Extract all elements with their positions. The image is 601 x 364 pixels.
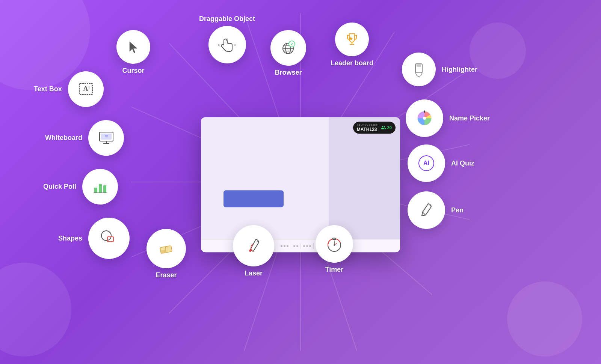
- feature-circle-draggable: ✦: [208, 26, 246, 63]
- quickpoll-label: Quick Poll: [43, 183, 76, 191]
- svg-point-48: [249, 250, 251, 252]
- feature-circle-browser: [270, 30, 306, 66]
- blob-decoration: [470, 23, 526, 79]
- feature-circle-aiquiz: AI: [408, 144, 445, 182]
- shapes-label: Shapes: [58, 235, 82, 242]
- wb-code-label: CLASS CODE: [357, 123, 379, 127]
- laser-label: Laser: [245, 269, 263, 277]
- feature-circle-pen: [408, 191, 445, 229]
- wb-users-count: 20: [381, 125, 392, 130]
- feature-circle-textbox: A: [68, 71, 104, 107]
- feature-circle-highlighter: [402, 53, 436, 86]
- svg-point-36: [423, 117, 426, 120]
- wb-class-info: CLASS CODE MATH123 20: [353, 122, 396, 134]
- pen-label: Pen: [451, 206, 464, 214]
- wb-class-code: MATH123: [357, 127, 379, 132]
- aiquiz-label: AI Quiz: [451, 159, 474, 167]
- feature-circle-eraser: [146, 229, 186, 268]
- timer-label: Timer: [325, 266, 344, 274]
- svg-text:✦: ✦: [225, 37, 228, 41]
- feature-laser[interactable]: Laser: [233, 225, 274, 277]
- wb-count: 20: [387, 125, 392, 130]
- feature-leaderboard[interactable]: Leader board: [331, 23, 373, 67]
- feature-pen[interactable]: Pen: [408, 191, 464, 229]
- leaderboard-label: Leader board: [331, 59, 373, 67]
- feature-aiquiz[interactable]: AI AI Quiz: [408, 144, 474, 182]
- whiteboard-label: Whiteboard: [45, 134, 82, 142]
- feature-circle-quickpoll: [82, 169, 118, 205]
- svg-rect-34: [105, 135, 108, 137]
- svg-rect-39: [94, 188, 97, 193]
- feature-textbox[interactable]: A Text Box: [34, 71, 104, 107]
- feature-circle-laser: [233, 225, 274, 266]
- feature-eraser[interactable]: Eraser: [146, 229, 186, 279]
- feature-circle-whiteboard: [88, 120, 124, 156]
- feature-namepicker[interactable]: Name Picker: [406, 99, 490, 137]
- feature-quickpoll[interactable]: Quick Poll: [43, 169, 118, 205]
- highlighter-label: Highlighter: [442, 66, 477, 74]
- feature-circle-shapes: [88, 218, 130, 259]
- svg-rect-25: [417, 64, 421, 67]
- textbox-label: Text Box: [34, 85, 62, 93]
- whiteboard-mockup: CLASS CODE MATH123 20: [201, 117, 400, 252]
- feature-circle-leaderboard: [335, 23, 369, 56]
- browser-label: Browser: [275, 69, 302, 77]
- feature-timer[interactable]: Timer: [316, 225, 353, 274]
- svg-point-43: [101, 231, 111, 241]
- feature-circle-timer: [316, 225, 353, 263]
- svg-rect-41: [103, 185, 106, 193]
- svg-rect-56: [333, 238, 335, 239]
- wb-toolbar: [201, 239, 400, 252]
- svg-point-55: [334, 244, 335, 246]
- svg-text:A: A: [83, 85, 88, 92]
- feature-draggable[interactable]: Draggable Object ✦: [199, 15, 255, 63]
- feature-circle-namepicker: [406, 99, 443, 137]
- svg-text:AI: AI: [423, 160, 429, 166]
- svg-rect-40: [99, 184, 102, 193]
- wb-blue-box: [223, 190, 284, 207]
- feature-cursor[interactable]: Cursor: [116, 30, 150, 75]
- feature-browser[interactable]: Browser: [270, 30, 306, 77]
- feature-whiteboard[interactable]: Whiteboard: [45, 120, 124, 156]
- feature-circle-cursor: [116, 30, 150, 64]
- eraser-label: Eraser: [156, 271, 177, 279]
- feature-shapes[interactable]: Shapes: [58, 218, 130, 259]
- blob-decoration: [507, 281, 582, 356]
- cursor-label: Cursor: [122, 67, 144, 75]
- feature-highlighter[interactable]: Highlighter: [402, 53, 477, 86]
- namepicker-label: Name Picker: [449, 114, 490, 122]
- draggable-label: Draggable Object: [199, 15, 255, 23]
